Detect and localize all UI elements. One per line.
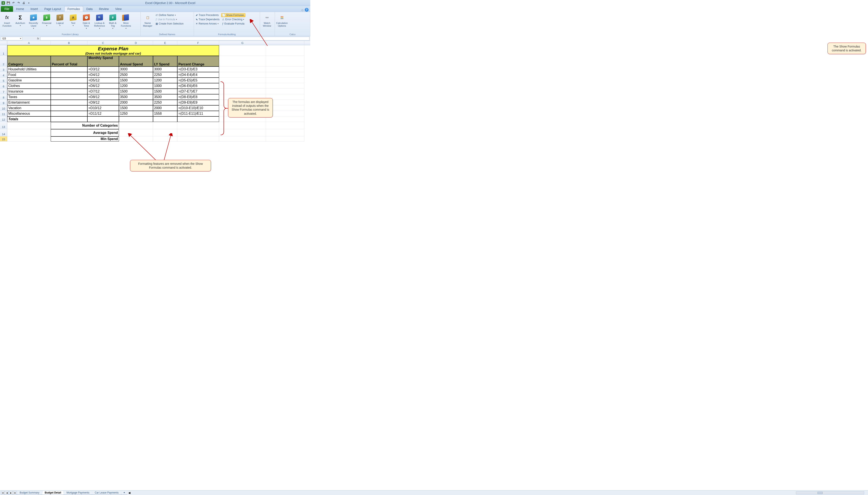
cell-d4[interactable]: 2500: [119, 72, 153, 78]
cell-a10[interactable]: Vacation: [7, 105, 51, 111]
cell-h3[interactable]: [266, 67, 304, 72]
insert-function-button[interactable]: fx Insert Function: [1, 13, 13, 28]
cell-d15[interactable]: [119, 136, 153, 141]
cell-h12[interactable]: [266, 116, 304, 122]
trace-dependents-button[interactable]: ⬊Trace Dependents: [195, 17, 220, 21]
cell-g13[interactable]: [219, 122, 266, 129]
cell-c4[interactable]: =D4/12: [87, 72, 119, 78]
remove-arrows-button[interactable]: ✕Remove Arrows: [195, 22, 220, 25]
cell-e15[interactable]: [153, 136, 177, 141]
row-header-7[interactable]: 7: [0, 89, 7, 94]
fx-icon[interactable]: fx: [37, 37, 39, 40]
cell-a5[interactable]: Gasoline: [7, 78, 51, 83]
cell-h13[interactable]: [266, 122, 304, 129]
formula-input[interactable]: [40, 37, 309, 40]
cell-d7[interactable]: 1500: [119, 89, 153, 94]
row-header-9[interactable]: 9: [0, 100, 7, 105]
help-icon[interactable]: ?: [305, 8, 309, 12]
cell-e7[interactable]: 1500: [153, 89, 177, 94]
cell-e14[interactable]: [153, 129, 177, 136]
cell-b13[interactable]: Number of Categories: [51, 122, 119, 129]
trace-precedents-button[interactable]: ⬈Trace Precedents: [195, 13, 220, 17]
cell-h15[interactable]: [266, 136, 304, 141]
cell-d2[interactable]: Annual Spend: [119, 56, 153, 67]
tab-page-layout[interactable]: Page Layout: [41, 6, 64, 12]
cell-d13[interactable]: [119, 122, 153, 129]
cell-a6[interactable]: Clothes: [7, 83, 51, 89]
cell-h4[interactable]: [266, 72, 304, 78]
col-header-g[interactable]: G: [219, 41, 266, 45]
save-button[interactable]: 💾: [6, 1, 11, 5]
cell-g3[interactable]: [219, 67, 266, 72]
cell-d6[interactable]: 1200: [119, 83, 153, 89]
cell-f15[interactable]: [177, 136, 219, 141]
cell-g14[interactable]: [219, 129, 266, 136]
cell-g4[interactable]: [219, 72, 266, 78]
cell-a15[interactable]: [7, 136, 51, 141]
cell-d9[interactable]: 2000: [119, 100, 153, 105]
logical-button[interactable]: ? Logical: [54, 13, 66, 27]
row-header-10[interactable]: 10: [0, 105, 7, 111]
cell-a3[interactable]: Household Utilities: [7, 67, 51, 72]
cell-b7[interactable]: [51, 89, 87, 94]
row-header-5[interactable]: 5: [0, 78, 7, 83]
cell-h7[interactable]: [266, 89, 304, 94]
cell-d11[interactable]: 1250: [119, 111, 153, 116]
tab-data[interactable]: Data: [83, 6, 96, 12]
cell-d3[interactable]: 3000: [119, 67, 153, 72]
tab-home[interactable]: Home: [13, 6, 27, 12]
cell-c11[interactable]: =D11/12: [87, 111, 119, 116]
autosum-button[interactable]: Σ AutoSum: [14, 13, 27, 27]
cell-h1[interactable]: [266, 45, 304, 56]
print-button[interactable]: 🖨: [21, 1, 26, 5]
cell-g7[interactable]: [219, 89, 266, 94]
col-header-b[interactable]: B: [51, 41, 87, 45]
cell-e5[interactable]: 1200: [153, 78, 177, 83]
cell-f6[interactable]: =(D6-E6)/E6: [177, 83, 219, 89]
select-all-corner[interactable]: [0, 41, 7, 45]
watch-window-button[interactable]: 👓 Watch Window: [261, 13, 273, 28]
cell-f10[interactable]: =(D10-E10)/E10: [177, 105, 219, 111]
financial-button[interactable]: $ Financial: [40, 13, 53, 27]
row-header-12[interactable]: 12: [0, 116, 7, 122]
cell-g2[interactable]: [219, 56, 266, 67]
cell-b2[interactable]: Percent of Total: [51, 56, 87, 67]
minimize-ribbon-icon[interactable]: ◇: [301, 8, 303, 12]
row-header-15[interactable]: 15: [0, 136, 7, 141]
col-header-d[interactable]: D: [119, 41, 153, 45]
cell-a2[interactable]: Category: [7, 56, 51, 67]
name-manager-button[interactable]: 📋 Name Manager: [141, 13, 154, 28]
cell-a8[interactable]: Taxes: [7, 94, 51, 100]
date-time-button[interactable]: 🕐 Date & Time: [80, 13, 92, 30]
cell-a9[interactable]: Entertainment: [7, 100, 51, 105]
cell-e10[interactable]: 2000: [153, 105, 177, 111]
col-header-f[interactable]: F: [177, 41, 219, 45]
tab-insert[interactable]: Insert: [27, 6, 41, 12]
cell-c2[interactable]: Monthly Spend: [87, 56, 119, 67]
cell-b15[interactable]: Min Spend: [51, 136, 119, 141]
cell-e12[interactable]: [153, 116, 177, 122]
cell-b9[interactable]: [51, 100, 87, 105]
cell-c12[interactable]: [87, 116, 119, 122]
cell-e3[interactable]: 3000: [153, 67, 177, 72]
row-header-13[interactable]: 13: [0, 122, 7, 129]
create-from-selection-button[interactable]: ▦Create from Selection: [155, 22, 184, 25]
cell-c3[interactable]: =D3/12: [87, 67, 119, 72]
row-header-2[interactable]: 2: [0, 56, 7, 67]
tab-formulas[interactable]: Formulas: [64, 6, 83, 12]
cell-a4[interactable]: Food: [7, 72, 51, 78]
cell-g1[interactable]: [219, 45, 266, 56]
cell-f2[interactable]: Percent Change: [177, 56, 219, 67]
cell-b3[interactable]: [51, 67, 87, 72]
cell-d12[interactable]: [119, 116, 153, 122]
cell-f7[interactable]: =(D7-E7)/E7: [177, 89, 219, 94]
cell-e2[interactable]: LY Spend: [153, 56, 177, 67]
cell-h2[interactable]: [266, 56, 304, 67]
cell-f4[interactable]: =(D4-E4)/E4: [177, 72, 219, 78]
cell-e11[interactable]: 1558: [153, 111, 177, 116]
col-header-rest[interactable]: [266, 41, 304, 45]
more-functions-button[interactable]: More Functions: [120, 13, 132, 30]
cell-b4[interactable]: [51, 72, 87, 78]
row-header-4[interactable]: 4: [0, 72, 7, 78]
cell-e13[interactable]: [153, 122, 177, 129]
